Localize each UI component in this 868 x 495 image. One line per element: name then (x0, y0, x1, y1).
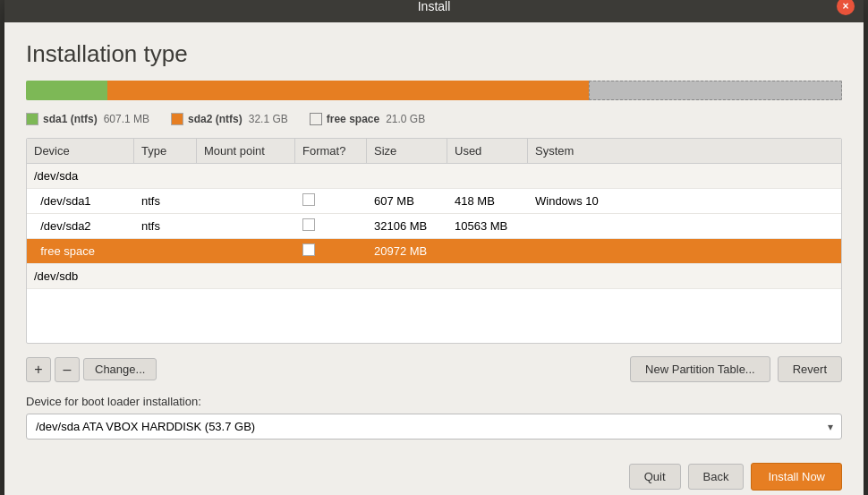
row-device: /dev/sda (27, 166, 134, 186)
remove-partition-button[interactable]: – (55, 357, 80, 382)
legend-sda2: sda2 (ntfs) 32.1 GB (171, 113, 288, 125)
col-mount: Mount point (197, 139, 295, 163)
row-size: 20972 MB (367, 241, 447, 261)
row-size: 32106 MB (367, 216, 447, 236)
back-button[interactable]: Back (688, 464, 745, 490)
row-system (528, 173, 841, 180)
remove-icon: – (64, 362, 72, 378)
change-button[interactable]: Change... (83, 358, 157, 380)
row-type: ntfs (134, 191, 197, 211)
format-checkbox[interactable] (302, 218, 315, 231)
legend-free: free space 21.0 GB (310, 113, 425, 125)
row-device: /dev/sda1 (27, 191, 134, 211)
add-icon: + (34, 362, 42, 378)
row-mount (197, 248, 295, 255)
row-format (295, 273, 367, 280)
row-size (367, 173, 447, 180)
row-system: Windows 10 (528, 191, 841, 211)
row-system (528, 248, 841, 255)
row-type: ntfs (134, 216, 197, 236)
table-row[interactable]: /dev/sda1 ntfs 607 MB 418 MB Windows 10 (27, 189, 841, 214)
legend-color-free (310, 113, 322, 125)
bootloader-label: Device for boot loader installation: (26, 395, 842, 408)
row-format (295, 173, 367, 180)
titlebar: Install × (4, 0, 864, 22)
table-row-selected[interactable]: free space 20972 MB (27, 239, 841, 264)
row-mount (197, 273, 295, 280)
row-format (295, 190, 367, 212)
row-type (134, 273, 197, 280)
disk-legend: sda1 (ntfs) 607.1 MB sda2 (ntfs) 32.1 GB… (26, 113, 842, 125)
quit-button[interactable]: Quit (629, 464, 681, 490)
legend-size-sda2: 32.1 GB (249, 113, 288, 125)
row-size: 607 MB (367, 191, 447, 211)
row-used (447, 173, 528, 180)
table-row[interactable]: /dev/sdb (27, 264, 841, 289)
row-system (528, 273, 841, 280)
main-content: Installation type sda1 (ntfs) 607.1 MB s… (4, 22, 864, 454)
row-used: 10563 MB (447, 216, 528, 236)
disk-bar (26, 81, 842, 100)
legend-size-free: 21.0 GB (386, 113, 425, 125)
disk-bar-sda1 (26, 81, 107, 100)
close-icon: × (842, 0, 848, 13)
legend-color-sda1 (26, 113, 38, 125)
row-format (295, 240, 367, 262)
page-title: Installation type (26, 40, 842, 68)
disk-bar-sda2 (107, 81, 589, 100)
row-mount (197, 223, 295, 230)
install-window: Install × Installation type sda1 (ntfs) … (4, 0, 864, 495)
row-format (295, 215, 367, 237)
new-partition-table-button[interactable]: New Partition Table... (630, 356, 770, 382)
install-now-button[interactable]: Install Now (751, 463, 842, 491)
format-checkbox[interactable] (302, 193, 315, 206)
row-device: /dev/sda2 (27, 216, 134, 236)
col-used: Used (447, 139, 528, 163)
col-format: Format? (295, 139, 367, 163)
row-system (528, 223, 841, 230)
col-device: Device (27, 139, 134, 163)
table-body: /dev/sda /dev/sda1 ntfs 607 MB 418 MB (27, 164, 841, 343)
row-type (134, 248, 197, 255)
table-toolbar: + – Change... New Partition Table... Rev… (26, 356, 842, 382)
bottom-bar: Quit Back Install Now (4, 454, 864, 495)
col-type: Type (134, 139, 197, 163)
legend-size-sda1: 607.1 MB (104, 113, 149, 125)
table-header: Device Type Mount point Format? Size Use… (27, 139, 841, 164)
row-device: free space (27, 241, 134, 261)
table-row-empty (27, 289, 841, 343)
empty-cell (27, 312, 134, 320)
col-system: System (528, 139, 841, 163)
row-used: 418 MB (447, 191, 528, 211)
toolbar-right: New Partition Table... Revert (630, 356, 842, 382)
row-used (447, 248, 528, 255)
legend-label-sda2: sda2 (ntfs) (188, 113, 243, 125)
partition-table: Device Type Mount point Format? Size Use… (26, 138, 842, 344)
row-mount (197, 173, 295, 180)
disk-bar-free (589, 81, 842, 100)
revert-button[interactable]: Revert (778, 356, 842, 382)
add-partition-button[interactable]: + (26, 357, 51, 382)
row-type (134, 173, 197, 180)
bootloader-select-wrapper: /dev/sda ATA VBOX HARDDISK (53.7 GB) ▾ (26, 414, 842, 440)
legend-sda1: sda1 (ntfs) 607.1 MB (26, 113, 149, 125)
window-title: Install (418, 0, 451, 13)
table-row[interactable]: /dev/sda (27, 164, 841, 189)
table-row[interactable]: /dev/sda2 ntfs 32106 MB 10563 MB (27, 214, 841, 239)
legend-label-sda1: sda1 (ntfs) (43, 113, 98, 125)
row-device: /dev/sdb (27, 266, 134, 286)
col-size: Size (367, 139, 447, 163)
bootloader-select[interactable]: /dev/sda ATA VBOX HARDDISK (53.7 GB) (26, 414, 842, 440)
legend-label-free: free space (327, 113, 379, 125)
legend-color-sda2 (171, 113, 183, 125)
close-button[interactable]: × (837, 0, 855, 15)
row-used (447, 273, 528, 280)
bootloader-section: Device for boot loader installation: /de… (26, 395, 842, 440)
format-checkbox[interactable] (302, 243, 315, 256)
row-mount (197, 198, 295, 205)
row-size (367, 273, 447, 280)
